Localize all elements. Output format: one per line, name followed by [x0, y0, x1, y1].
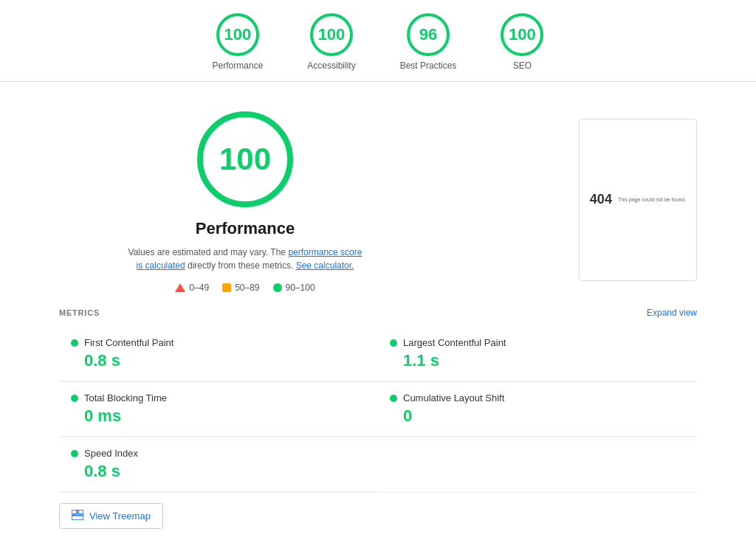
metrics-section: METRICS Expand view First Contentful Pai… — [59, 308, 697, 529]
metric-si-name-row: Speed Index — [71, 448, 366, 459]
metric-lcp-value: 1.1 s — [390, 351, 685, 370]
perf-title: Performance — [196, 219, 295, 238]
svg-rect-2 — [72, 516, 83, 520]
metric-si-label: Speed Index — [84, 448, 138, 459]
calculator-link[interactable]: See calculator. — [296, 260, 354, 271]
treemap-icon — [72, 510, 83, 522]
svg-rect-0 — [72, 510, 77, 514]
average-icon — [222, 283, 231, 292]
treemap-label: View Treemap — [89, 510, 151, 522]
perf-section: 100 Performance Values are estimated and… — [59, 104, 431, 293]
metric-fcp-dot — [71, 339, 78, 347]
score-number-best-practices: 96 — [419, 25, 437, 44]
score-label-performance: Performance — [213, 60, 264, 71]
metric-fcp-name-row: First Contentful Paint — [71, 337, 366, 348]
score-number-accessibility: 100 — [318, 25, 346, 44]
score-number-performance: 100 — [224, 25, 252, 44]
screenshot-preview: 404 This page could not be found. — [579, 119, 697, 281]
legend-range-average: 50–89 — [235, 283, 259, 293]
svg-rect-1 — [78, 510, 83, 514]
metric-fcp: First Contentful Paint 0.8 s — [59, 327, 378, 381]
metric-lcp-label: Largest Contentful Paint — [403, 337, 506, 348]
metrics-row-1: First Contentful Paint 0.8 s Largest Con… — [59, 327, 697, 382]
score-circle-best-practices: 96 — [407, 13, 450, 56]
score-circle-performance: 100 — [216, 13, 259, 56]
score-number-seo: 100 — [509, 25, 536, 44]
legend-range-fail: 0–49 — [189, 283, 209, 293]
pass-icon — [273, 283, 282, 292]
score-label-best-practices: Best Practices — [400, 60, 457, 71]
metric-cls: Cumulative Layout Shift 0 — [378, 382, 697, 437]
score-circle-seo: 100 — [501, 13, 543, 56]
description-mid: directly from these metrics. — [188, 260, 293, 271]
score-item-accessibility[interactable]: 100 Accessibility — [307, 13, 355, 71]
metric-tbt-dot — [71, 395, 78, 402]
metric-si-dot — [71, 450, 78, 457]
score-label-accessibility: Accessibility — [307, 60, 355, 71]
top-section: 100 Performance Values are estimated and… — [59, 104, 697, 293]
perf-description: Values are estimated and may vary. The p… — [127, 246, 363, 272]
metrics-section-title: METRICS — [59, 308, 100, 317]
big-score-circle: 100 — [197, 111, 293, 207]
main-content: 100 Performance Values are estimated and… — [0, 82, 756, 537]
metric-lcp-dot — [390, 339, 397, 347]
score-item-seo[interactable]: 100 SEO — [501, 13, 543, 71]
score-label-seo: SEO — [513, 60, 532, 71]
screenshot-404-code: 404 — [590, 192, 612, 207]
screenshot-inner: 404 This page could not be found. — [585, 131, 690, 268]
metric-si-value: 0.8 s — [71, 462, 366, 481]
metrics-header: METRICS Expand view — [59, 308, 697, 318]
metric-cls-value: 0 — [390, 406, 685, 426]
score-item-best-practices[interactable]: 96 Best Practices — [400, 13, 457, 71]
metrics-row-3: Speed Index 0.8 s — [59, 437, 697, 493]
view-treemap-button[interactable]: View Treemap — [59, 503, 163, 529]
score-item-performance[interactable]: 100 Performance — [213, 13, 264, 71]
metric-fcp-value: 0.8 s — [71, 351, 366, 370]
metric-fcp-label: First Contentful Paint — [84, 337, 173, 348]
expand-view-button[interactable]: Expand view — [647, 308, 697, 318]
legend-item-average: 50–89 — [222, 283, 259, 293]
metric-cls-label: Cumulative Layout Shift — [403, 392, 504, 403]
legend: 0–49 50–89 90–100 — [175, 283, 315, 293]
metric-cls-dot — [390, 395, 397, 402]
big-score-number: 100 — [219, 142, 271, 177]
metric-tbt-value: 0 ms — [71, 406, 366, 426]
fail-icon — [175, 283, 185, 292]
metric-lcp: Largest Contentful Paint 1.1 s — [378, 327, 697, 381]
metrics-row-2: Total Blocking Time 0 ms Cumulative Layo… — [59, 382, 697, 437]
metric-tbt-label: Total Blocking Time — [84, 392, 167, 403]
legend-item-fail: 0–49 — [175, 283, 209, 293]
metric-tbt-name-row: Total Blocking Time — [71, 392, 366, 403]
screenshot-error-msg: This page could not be found. — [618, 197, 686, 202]
legend-range-pass: 90–100 — [286, 283, 315, 293]
metric-si: Speed Index 0.8 s — [59, 437, 378, 492]
metric-lcp-name-row: Largest Contentful Paint — [390, 337, 685, 348]
score-circle-accessibility: 100 — [310, 13, 353, 56]
scores-bar: 100 Performance 100 Accessibility 96 Bes… — [0, 0, 756, 82]
legend-item-pass: 90–100 — [273, 283, 315, 293]
metric-cls-name-row: Cumulative Layout Shift — [390, 392, 685, 403]
description-text: Values are estimated and may vary. The — [128, 247, 286, 257]
metric-tbt: Total Blocking Time 0 ms — [59, 382, 378, 437]
